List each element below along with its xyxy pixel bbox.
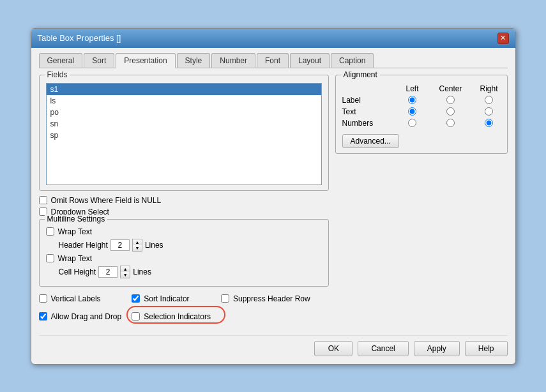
wrap-text-2-checkbox[interactable] [46,254,54,262]
cell-height-unit: Lines [133,268,151,276]
omit-rows-checkbox[interactable] [39,196,47,204]
alignment-label-row: Label [342,96,501,105]
align-row-label-text: Label [342,96,393,105]
numbers-align-right[interactable] [485,119,493,127]
field-item-ls[interactable]: ls [47,95,321,107]
field-item-sp[interactable]: sp [47,130,321,141]
tab-sort[interactable]: Sort [84,53,114,68]
window-title: Table Box Properties [] [38,33,121,43]
header-height-row: Header Height ▲ ▼ Lines [59,239,322,252]
sort-indicator-checkbox[interactable] [132,294,140,303]
tab-style[interactable]: Style [177,53,211,68]
align-col-right: Right [470,84,508,93]
multiline-group-label: Multiline Settings [45,215,108,223]
selection-indicators-label: Selection Indicators [144,312,211,321]
text-align-right[interactable] [485,107,493,116]
tab-caption[interactable]: Caption [331,53,374,68]
numbers-align-center[interactable] [446,119,455,127]
right-panel: Alignment Left Center Right Label [335,75,508,329]
label-align-center[interactable] [446,96,455,104]
sort-indicator-row: Sort Indicator [132,294,211,303]
vertical-labels-label: Vertical Labels [51,294,101,303]
field-item-sn[interactable]: sn [47,118,321,130]
alignment-grid: Left Center Right Label [342,84,501,128]
vertical-labels-row: Vertical Labels [39,294,122,303]
tab-layout[interactable]: Layout [290,53,330,68]
selection-indicator-wrapper: Selection Indicators [132,310,211,324]
bottom-options: Vertical Labels Allow Drag and Drop Sort… [39,292,329,324]
header-height-down[interactable]: ▼ [133,245,142,251]
dialog-content: General Sort Presentation Style Number F… [31,48,515,364]
fields-group-label: Fields [45,70,70,79]
alignment-numbers-row: Numbers [342,119,501,128]
wrap-text-2-label: Wrap Text [58,254,93,263]
close-button[interactable]: ✕ [497,33,509,44]
header-height-input[interactable] [110,239,130,251]
cell-height-label: Cell Height [59,268,96,276]
tab-content: Fields s1 ls po sn sp Omit Rows Where Fi… [39,75,508,329]
wrap-text-1-label: Wrap Text [58,227,93,236]
apply-button[interactable]: Apply [414,341,460,356]
tab-number[interactable]: Number [211,53,255,68]
cell-height-up[interactable]: ▲ [121,266,130,272]
suppress-header-checkbox[interactable] [221,294,229,303]
wrap-text-1-row: Wrap Text [46,227,322,236]
cell-height-arrows: ▲ ▼ [120,266,130,278]
wrap-text-1-checkbox[interactable] [46,227,54,236]
fields-list[interactable]: s1 ls po sn sp [46,83,322,185]
advanced-button[interactable]: Advanced... [342,134,399,148]
allow-drag-label: Allow Drag and Drop [51,312,122,321]
sort-indicator-label: Sort Indicator [144,294,189,303]
title-bar: Table Box Properties [] ✕ [31,29,515,48]
align-row-numbers-text: Numbers [342,119,393,128]
align-col-center: Center [432,84,470,93]
allow-drag-checkbox[interactable] [39,312,47,320]
dialog-buttons: OK Cancel Apply Help [39,335,508,356]
dialog-window: Table Box Properties [] ✕ General Sort P… [31,28,516,365]
omit-rows-label: Omit Rows Where Field is NULL [51,196,162,205]
tab-bar: General Sort Presentation Style Number F… [39,53,508,68]
wrap-text-2-row: Wrap Text [46,254,322,263]
align-row-text-text: Text [342,107,393,116]
cell-height-down[interactable]: ▼ [121,272,130,278]
left-panel: Fields s1 ls po sn sp Omit Rows Where Fi… [39,75,329,329]
fields-group: Fields s1 ls po sn sp [39,75,329,191]
field-item-po[interactable]: po [47,107,321,118]
header-height-up[interactable]: ▲ [133,239,142,245]
cell-height-row: Cell Height ▲ ▼ Lines [59,266,322,278]
vertical-labels-checkbox[interactable] [39,294,47,303]
header-height-arrows: ▲ ▼ [132,239,142,252]
field-item-s1[interactable]: s1 [47,84,321,95]
suppress-header-label: Suppress Header Row [233,294,310,303]
label-align-right[interactable] [485,96,493,104]
selection-indicators-row: Selection Indicators [132,312,211,321]
alignment-text-row: Text [342,107,501,116]
allow-drag-row: Allow Drag and Drop [39,312,122,321]
option-col-left: Vertical Labels Allow Drag and Drop [39,292,122,324]
align-col-left: Left [393,84,432,93]
suppress-header-row: Suppress Header Row [221,294,310,303]
option-col-middle: Sort Indicator Selection Indicators [132,292,211,324]
tab-font[interactable]: Font [257,53,289,68]
align-header-empty [342,84,393,93]
text-align-left[interactable] [408,107,416,116]
alignment-group-label: Alignment [341,70,380,79]
cell-height-input[interactable] [98,266,118,278]
alignment-header-row: Left Center Right [342,84,501,93]
text-align-center[interactable] [446,107,455,116]
alignment-group: Alignment Left Center Right Label [335,75,508,154]
cancel-button[interactable]: Cancel [358,341,408,356]
omit-rows-row: Omit Rows Where Field is NULL [39,196,329,205]
numbers-align-left[interactable] [408,119,416,127]
option-col-right: Suppress Header Row [221,292,310,324]
tab-general[interactable]: General [39,53,83,68]
header-height-label: Header Height [59,241,108,250]
multiline-group: Multiline Settings Wrap Text Header Heig… [39,219,329,287]
help-button[interactable]: Help [465,341,508,356]
selection-indicators-checkbox[interactable] [132,312,140,320]
ok-button[interactable]: OK [314,341,353,356]
tab-presentation[interactable]: Presentation [116,53,175,68]
label-align-left[interactable] [408,96,416,104]
header-height-unit: Lines [145,241,163,250]
